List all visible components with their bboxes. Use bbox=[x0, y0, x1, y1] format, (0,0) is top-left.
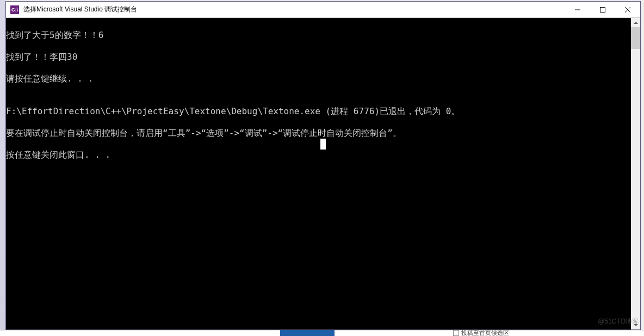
bottom-checkbox-row[interactable]: 投稿至首页候选区 bbox=[453, 329, 509, 336]
scrollbar-up-button[interactable] bbox=[631, 18, 640, 27]
close-button[interactable] bbox=[615, 2, 640, 18]
checkbox-icon[interactable] bbox=[453, 330, 459, 336]
watermark: @51CTO博客 bbox=[598, 317, 639, 326]
vertical-scrollbar[interactable] bbox=[631, 18, 640, 329]
console-line: F:\EffortDirection\C++\ProjectEasy\Texto… bbox=[6, 106, 631, 117]
console-line: 请按任意键继续. . . bbox=[6, 73, 631, 84]
minimize-button[interactable] bbox=[565, 2, 590, 18]
titlebar-buttons bbox=[565, 2, 640, 18]
console-line: 找到了！！李四30 bbox=[6, 52, 631, 63]
background-left-strip bbox=[0, 0, 5, 336]
background-right-strip bbox=[641, 0, 644, 336]
close-icon bbox=[625, 7, 630, 13]
maximize-button[interactable] bbox=[590, 2, 615, 18]
console-output: 找到了大于5的数字！！6 找到了！！李四30 请按任意键继续. . . F:\E… bbox=[6, 18, 631, 329]
chevron-up-icon bbox=[634, 22, 638, 24]
window-title: 选择Microsoft Visual Studio 调试控制台 bbox=[23, 5, 565, 14]
console-line: 按任意键关闭此窗口. . . bbox=[6, 150, 631, 160]
minimize-icon bbox=[575, 7, 580, 13]
checkbox-label: 投稿至首页候选区 bbox=[461, 329, 509, 336]
app-icon: C:\ bbox=[10, 5, 19, 14]
console-line: 要在调试停止时自动关闭控制台，请启用“工具”->“选项”->“调试”->“调试停… bbox=[6, 128, 631, 139]
titlebar[interactable]: C:\ 选择Microsoft Visual Studio 调试控制台 bbox=[6, 2, 640, 18]
console-area[interactable]: 找到了大于5的数字！！6 找到了！！李四30 请按任意键继续. . . F:\E… bbox=[6, 18, 640, 329]
text-cursor bbox=[320, 139, 326, 150]
maximize-icon bbox=[600, 7, 605, 13]
console-window: C:\ 选择Microsoft Visual Studio 调试控制台 找到了大… bbox=[5, 1, 641, 330]
svg-rect-1 bbox=[600, 7, 605, 12]
svg-marker-4 bbox=[634, 22, 638, 24]
scrollbar-thumb[interactable] bbox=[631, 27, 640, 49]
bottom-blue-segment bbox=[280, 330, 335, 336]
scrollbar-track[interactable] bbox=[631, 27, 640, 320]
console-line: 找到了大于5的数字！！6 bbox=[6, 30, 631, 41]
